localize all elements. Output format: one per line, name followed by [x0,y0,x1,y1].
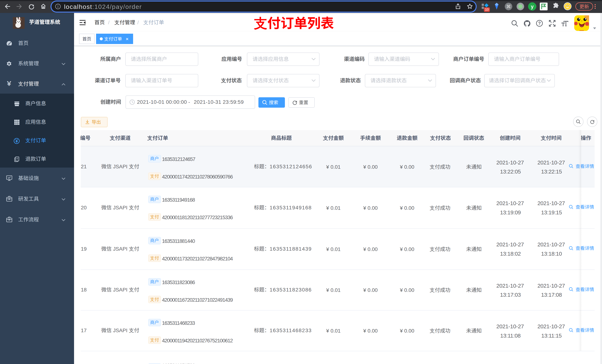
svg-text:y: y [531,4,534,10]
svg-text:?: ? [538,21,541,26]
svg-text:⌘: ⌘ [506,4,511,9]
